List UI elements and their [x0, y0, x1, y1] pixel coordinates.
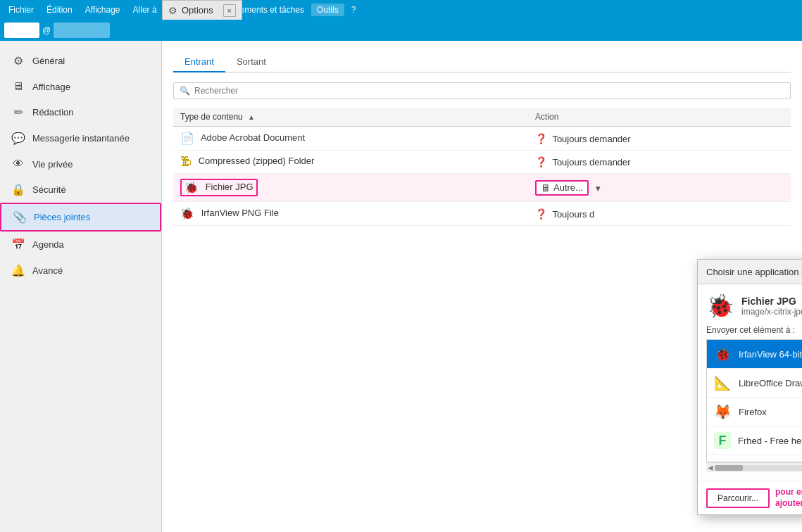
app-item-libreoffice[interactable]: 📐 LibreOffice Draw: [707, 369, 802, 398]
address-bar: @ ⚙ Options ×: [0, 20, 802, 41]
search-input[interactable]: [194, 86, 784, 96]
tab-sortant[interactable]: Sortant: [225, 52, 277, 72]
frhed-icon: F: [714, 432, 731, 449]
menu-outils[interactable]: Outils: [311, 4, 344, 16]
messagerie-icon: 💬: [11, 132, 25, 145]
menu-fichier[interactable]: Fichier: [3, 4, 39, 16]
sidebar-item-avance[interactable]: 🔔 Avancé: [0, 258, 161, 284]
table-row: 🗜 Compressed (zipped) Folder ❓ Toujours …: [173, 151, 791, 174]
action-cell: ❓ Toujours d: [528, 202, 791, 226]
ext-dialog-title-text: Choisir une application externe: [706, 267, 802, 277]
sort-arrow: ▲: [248, 113, 255, 121]
col-action: Action: [528, 108, 791, 127]
h-scrollbar: ◀ ▶: [706, 462, 802, 472]
menu-help[interactable]: ?: [346, 4, 362, 16]
table-row-highlighted: 🐞 Fichier JPG 🖥 Autre... ▾: [173, 174, 791, 202]
at-symbol: @: [42, 25, 51, 35]
sidebar-item-general[interactable]: ⚙ Général: [0, 48, 161, 74]
autre-icon: 🖥: [541, 182, 551, 194]
pdf-icon: 📄: [180, 132, 194, 144]
app-item-firefox[interactable]: 🦊 Firefox: [707, 398, 802, 426]
ext-dialog-body: 🐞 Fichier JPG image/x-citrix-jpeg Envoye…: [698, 284, 802, 481]
col-type: Type de contenu ▲: [173, 108, 528, 127]
browse-button[interactable]: Parcourir...: [706, 488, 770, 508]
sidebar-label-vie-privee: Vie privée: [32, 159, 73, 170]
sidebar-label-pieces-jointes: Pièces jointes: [34, 212, 90, 222]
sidebar-label-redaction: Rédaction: [32, 107, 74, 118]
options-close-button[interactable]: ×: [223, 4, 236, 17]
pieces-jointes-icon: 📎: [13, 210, 27, 224]
address-input-2[interactable]: [54, 23, 110, 38]
sidebar: ⚙ Général 🖥 Affichage ✏ Rédaction 💬 Mess…: [0, 41, 162, 532]
ext-dialog-titlebar: Choisir une application externe ×: [698, 260, 802, 284]
app-list: 🐞 IrfanView 64-bit 📐 LibreOffice Draw 🦊 …: [706, 339, 802, 462]
content-area: Entrant Sortant 🔍 Type de contenu ▲ Acti…: [162, 41, 802, 532]
search-icon: 🔍: [180, 86, 190, 96]
irfanview-icon: 🐞: [714, 346, 732, 362]
table-row: 🐞 IrfanView PNG File ❓ Toujours d: [173, 202, 791, 226]
ext-dialog-footer: Parcourir... pour en ajouter OK Annuler: [698, 481, 802, 514]
action-icon: ❓: [535, 133, 547, 144]
sidebar-label-general: Général: [32, 56, 65, 66]
type-cell: 🐞 IrfanView PNG File: [173, 202, 528, 226]
sidebar-item-redaction[interactable]: ✏ Rédaction: [0, 99, 161, 125]
jpg-icon: 🐞: [184, 182, 199, 194]
tabs: Entrant Sortant: [173, 52, 791, 72]
libreoffice-label: LibreOffice Draw: [739, 378, 802, 388]
general-icon: ⚙: [11, 54, 25, 68]
action-icon: ❓: [535, 208, 547, 220]
dropdown-arrow[interactable]: ▾: [596, 183, 601, 194]
agenda-icon: 📅: [11, 238, 25, 251]
h-scroll-left[interactable]: ◀: [708, 464, 713, 471]
type-cell: 🗜 Compressed (zipped) Folder: [173, 151, 528, 174]
menu-edition[interactable]: Édition: [41, 4, 78, 16]
type-cell-highlighted: 🐞 Fichier JPG: [173, 174, 528, 202]
ext-app-dialog: Choisir une application externe × 🐞 Fich…: [697, 259, 802, 515]
action-cell-highlighted: 🖥 Autre... ▾: [528, 174, 791, 202]
autre-highlight[interactable]: 🖥 Autre...: [535, 180, 589, 196]
type-cell: 📄 Adobe Acrobat Document: [173, 127, 528, 151]
sidebar-label-securite: Sécurité: [32, 184, 66, 195]
affichage-icon: 🖥: [11, 80, 25, 93]
search-box: 🔍: [173, 82, 791, 99]
app-mime: image/x-citrix-jpeg: [741, 307, 802, 317]
sidebar-item-pieces-jointes[interactable]: 📎 Pièces jointes: [0, 203, 161, 232]
app-item-irfanview[interactable]: 🐞 IrfanView 64-bit: [707, 340, 802, 369]
libreoffice-icon: 📐: [714, 374, 732, 391]
options-title-text: Options: [182, 5, 213, 15]
vie-privee-icon: 👁: [11, 158, 25, 170]
menu-affichage[interactable]: Affichage: [80, 4, 126, 16]
app-name: Fichier JPG: [741, 296, 802, 307]
action-icon: ❓: [535, 156, 547, 167]
app-header-info: Fichier JPG image/x-citrix-jpeg: [741, 296, 802, 317]
sidebar-item-agenda[interactable]: 📅 Agenda: [0, 232, 161, 258]
content-table: Type de contenu ▲ Action 📄 Adobe Acrobat…: [173, 108, 791, 226]
zip-icon: 🗜: [180, 156, 192, 167]
sidebar-item-vie-privee[interactable]: 👁 Vie privée: [0, 151, 161, 177]
sidebar-item-messagerie[interactable]: 💬 Messagerie instantanée: [0, 125, 161, 151]
tab-entrant[interactable]: Entrant: [173, 52, 225, 72]
send-label: Envoyer cet élément à :: [706, 325, 802, 335]
firefox-label: Firefox: [739, 407, 767, 417]
avance-icon: 🔔: [11, 264, 25, 277]
sidebar-item-affichage[interactable]: 🖥 Affichage: [0, 74, 161, 99]
securite-icon: 🔒: [11, 183, 25, 196]
redaction-icon: ✏: [11, 106, 25, 119]
main-container: ⚙ Général 🖥 Affichage ✏ Rédaction 💬 Mess…: [0, 41, 802, 532]
address-input-1[interactable]: [4, 23, 39, 38]
sidebar-label-affichage: Affichage: [32, 82, 70, 92]
menu-bar: Fichier Édition Affichage Aller à Messag…: [0, 0, 802, 20]
h-scroll-thumb[interactable]: [715, 465, 743, 471]
sidebar-item-securite[interactable]: 🔒 Sécurité: [0, 177, 161, 203]
sidebar-label-messagerie: Messagerie instantanée: [32, 133, 130, 144]
table-row: 📄 Adobe Acrobat Document ❓ Toujours dema…: [173, 127, 791, 151]
app-header-icon: 🐞: [706, 293, 734, 319]
sidebar-label-agenda: Agenda: [32, 239, 64, 250]
app-header: 🐞 Fichier JPG image/x-citrix-jpeg: [706, 293, 802, 319]
action-cell: ❓ Toujours demander: [528, 151, 791, 174]
options-gear-icon: ⚙: [168, 5, 177, 16]
menu-aller[interactable]: Aller à: [127, 4, 163, 16]
jpg-row-highlight: 🐞 Fichier JPG: [180, 179, 258, 196]
app-item-frhed[interactable]: F Frhed - Free hex editor 1.7.1.0: [707, 426, 802, 455]
sidebar-label-avance: Avancé: [32, 265, 63, 276]
